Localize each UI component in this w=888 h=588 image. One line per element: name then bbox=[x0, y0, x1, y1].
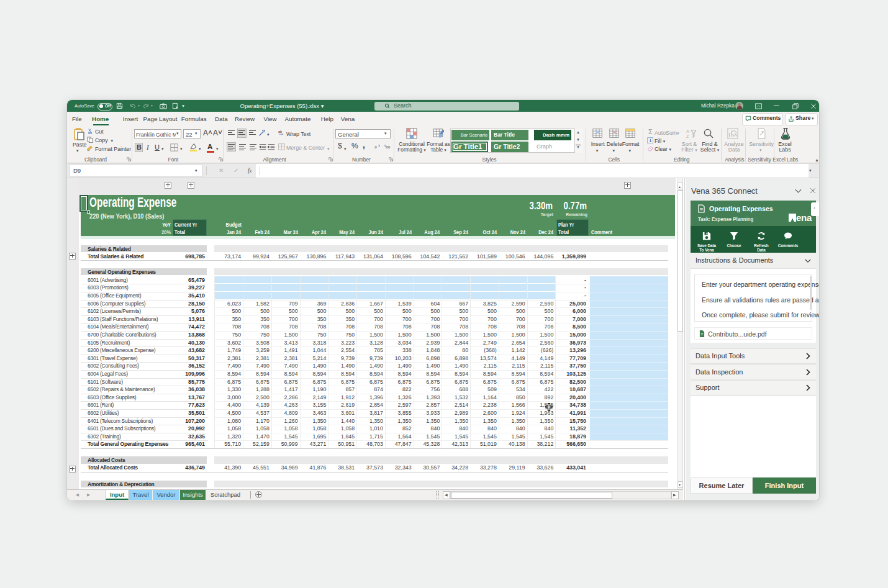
svg-text:.0: .0 bbox=[374, 145, 377, 149]
svg-text:.00: .00 bbox=[385, 145, 390, 149]
svg-text:ab: ab bbox=[278, 130, 282, 133]
svg-text:A: A bbox=[686, 129, 689, 134]
svg-text:Z: Z bbox=[686, 134, 689, 139]
